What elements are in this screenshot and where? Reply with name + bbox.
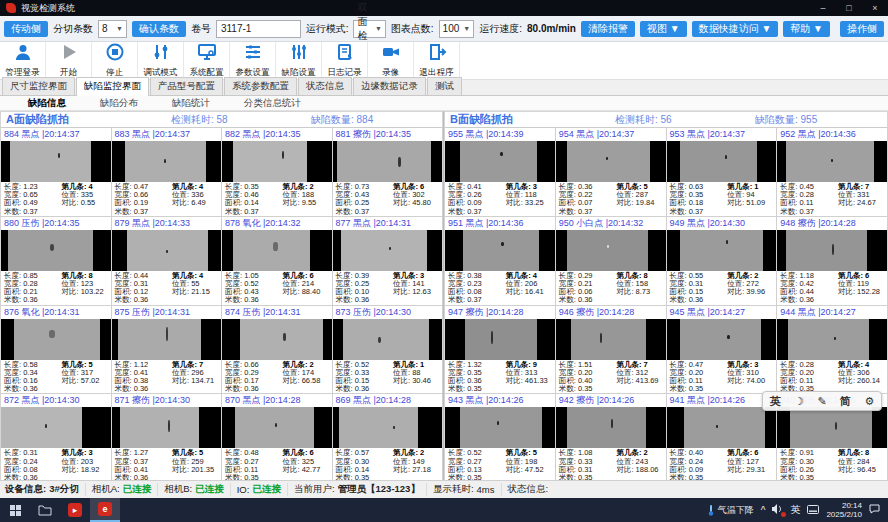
tab-item[interactable]: 系统参数配置: [224, 77, 297, 95]
defect-thumbnail[interactable]: [1, 141, 111, 182]
defect-cell[interactable]: 948 擦伤 |20:14:28长度: 1.18宽度: 0.42面积: 0.44…: [777, 217, 888, 306]
toolbar-button-stop[interactable]: 停止: [92, 42, 138, 79]
defect-cell[interactable]: 955 黑点 |20:14:39长度: 0.41宽度: 0.26面积: 0.09…: [445, 128, 556, 217]
defect-thumbnail[interactable]: [556, 319, 666, 360]
slit-count-select[interactable]: 8▼: [98, 20, 127, 38]
operation-side-button[interactable]: 操作侧: [840, 21, 884, 37]
defect-thumbnail[interactable]: [777, 407, 887, 448]
taskbar-app-icon[interactable]: ▸: [60, 498, 90, 522]
defect-cell[interactable]: 952 黑点 |20:14:36长度: 0.45宽度: 0.28面积: 0.11…: [777, 128, 888, 217]
hidden-icons-chevron[interactable]: ^: [761, 505, 766, 516]
clear-alarm-button[interactable]: 清除报警: [581, 21, 635, 37]
toolbar-button-user[interactable]: 管理登录: [0, 42, 46, 79]
defect-thumbnail[interactable]: [333, 319, 443, 360]
defect-cell[interactable]: 880 压伤 |20:14:35长度: 0.85宽度: 0.28面积: 0.21…: [1, 217, 112, 306]
maximize-button[interactable]: □: [836, 0, 862, 16]
defect-cell[interactable]: 878 氧化 |20:14:32长度: 1.05宽度: 0.52面积: 0.43…: [222, 217, 333, 306]
defect-cell[interactable]: 876 氧化 |20:14:31长度: 0.58宽度: 0.34面积: 0.16…: [1, 306, 112, 395]
moon-icon[interactable]: ☽: [794, 395, 804, 408]
defect-thumbnail[interactable]: [222, 141, 332, 182]
defect-thumbnail[interactable]: [1, 319, 111, 360]
speaker-icon[interactable]: [772, 504, 783, 516]
subtab-item[interactable]: 缺陷分布: [84, 96, 154, 111]
toolbar-button-camera[interactable]: 录像: [368, 42, 414, 79]
confirm-count-button[interactable]: 确认条数: [132, 21, 186, 37]
taskbar-clock[interactable]: 20:142025/2/10: [826, 501, 862, 519]
defect-cell[interactable]: 949 黑点 |20:14:30长度: 0.55宽度: 0.31面积: 0.15…: [667, 217, 778, 306]
defect-cell[interactable]: 944 黑点 |20:14:27长度: 0.28宽度: 0.20面积: 0.11…: [777, 306, 888, 395]
defect-thumbnail[interactable]: [112, 230, 222, 271]
roll-number-input[interactable]: 3117-1: [216, 20, 301, 38]
defect-thumbnail[interactable]: [1, 407, 111, 448]
defect-cell[interactable]: 881 擦伤 |20:14:35长度: 0.73宽度: 0.43面积: 0.25…: [333, 128, 444, 217]
run-mode-select[interactable]: 双面检测▼: [353, 20, 385, 38]
defect-thumbnail[interactable]: [445, 319, 555, 360]
defect-cell[interactable]: 947 擦伤 |20:14:28长度: 1.32宽度: 0.35面积: 0.36…: [445, 306, 556, 395]
subtab-item[interactable]: 分类信息统计: [228, 96, 317, 111]
pen-icon[interactable]: ✎: [817, 395, 826, 408]
minimize-button[interactable]: –: [810, 0, 836, 16]
tab-item[interactable]: 测试: [427, 77, 462, 95]
defect-thumbnail[interactable]: [222, 407, 332, 448]
subtab-item[interactable]: 缺陷信息: [12, 96, 82, 111]
defect-cell[interactable]: 883 黑点 |20:14:37长度: 0.47宽度: 0.66面积: 0.19…: [112, 128, 223, 217]
defect-cell[interactable]: 869 黑点 |20:14:28长度: 0.57宽度: 0.30面积: 0.14…: [333, 394, 444, 483]
toolbar-button-hsliders[interactable]: 参数设置: [230, 42, 276, 79]
action-center-icon[interactable]: [869, 504, 880, 516]
tab-item[interactable]: 缺陷监控界面: [76, 77, 149, 96]
defect-thumbnail[interactable]: [667, 319, 777, 360]
quick-access-menu-button[interactable]: 数据快捷访问 ▼: [692, 21, 779, 37]
toolbar-button-debug-sliders[interactable]: 调试模式: [138, 42, 184, 79]
chart-points-select[interactable]: 100▼: [439, 20, 475, 38]
defect-cell[interactable]: 943 黑点 |20:14:26长度: 0.52宽度: 0.27面积: 0.13…: [445, 394, 556, 483]
ime-keyboard-icon[interactable]: [807, 505, 819, 516]
toolbar-button-monitor[interactable]: 系统配置: [184, 42, 230, 79]
defect-thumbnail[interactable]: [777, 141, 887, 182]
weather-widget[interactable]: 气温下降: [707, 504, 754, 517]
defect-cell[interactable]: 874 压伤 |20:14:31长度: 0.66宽度: 0.29面积: 0.17…: [222, 306, 333, 395]
defect-cell[interactable]: 879 黑点 |20:14:33长度: 0.44宽度: 0.31面积: 0.12…: [112, 217, 223, 306]
view-menu-button[interactable]: 视图 ▼: [640, 21, 687, 37]
toolbar-button-log[interactable]: 日志记录: [322, 42, 368, 79]
defect-cell[interactable]: 873 压伤 |20:14:30长度: 0.52宽度: 0.33面积: 0.15…: [333, 306, 444, 395]
defect-cell[interactable]: 954 黑点 |20:14:37长度: 0.36宽度: 0.22面积: 0.07…: [556, 128, 667, 217]
defect-cell[interactable]: 953 黑点 |20:14:37长度: 0.63宽度: 0.35面积: 0.18…: [667, 128, 778, 217]
defect-thumbnail[interactable]: [667, 230, 777, 271]
ime-lang-toggle[interactable]: 英: [770, 394, 781, 409]
ime-simplified-toggle[interactable]: 简: [840, 394, 851, 409]
defect-thumbnail[interactable]: [1, 230, 111, 271]
defect-thumbnail[interactable]: [333, 230, 443, 271]
defect-thumbnail[interactable]: [445, 141, 555, 182]
defect-cell[interactable]: 945 黑点 |20:14:27长度: 0.47宽度: 0.20面积: 0.11…: [667, 306, 778, 395]
file-explorer-icon[interactable]: [30, 498, 60, 522]
toolbar-button-play[interactable]: 开始: [46, 42, 92, 79]
defect-thumbnail[interactable]: [556, 407, 666, 448]
defect-thumbnail[interactable]: [556, 141, 666, 182]
close-button[interactable]: ×: [862, 0, 888, 16]
defect-cell[interactable]: 875 压伤 |20:14:31长度: 1.12宽度: 0.41面积: 0.38…: [112, 306, 223, 395]
defect-thumbnail[interactable]: [556, 230, 666, 271]
defect-thumbnail[interactable]: [777, 319, 887, 360]
toolbar-button-vsliders[interactable]: 缺陷设置: [276, 42, 322, 79]
taskbar-active-app-icon[interactable]: e: [90, 498, 120, 522]
defect-cell[interactable]: 951 黑点 |20:14:36长度: 0.38宽度: 0.23面积: 0.08…: [445, 217, 556, 306]
defect-thumbnail[interactable]: [445, 407, 555, 448]
defect-thumbnail[interactable]: [445, 230, 555, 271]
defect-thumbnail[interactable]: [333, 141, 443, 182]
defect-cell[interactable]: 942 擦伤 |20:14:26长度: 1.08宽度: 0.33面积: 0.31…: [556, 394, 667, 483]
gear-icon[interactable]: ⚙: [864, 395, 874, 408]
ime-language-indicator[interactable]: 英: [790, 503, 800, 517]
defect-thumbnail[interactable]: [112, 407, 222, 448]
defect-thumbnail[interactable]: [667, 141, 777, 182]
defect-cell[interactable]: 946 擦伤 |20:14:28长度: 1.51宽度: 0.20面积: 0.40…: [556, 306, 667, 395]
tab-item[interactable]: 状态信息: [298, 77, 352, 95]
defect-thumbnail[interactable]: [222, 319, 332, 360]
defect-thumbnail[interactable]: [222, 230, 332, 271]
tab-item[interactable]: 边缘数据记录: [353, 77, 426, 95]
defect-cell[interactable]: 870 黑点 |20:14:28长度: 0.48宽度: 0.27面积: 0.11…: [222, 394, 333, 483]
defect-cell[interactable]: 877 黑点 |20:14:31长度: 0.39宽度: 0.25面积: 0.10…: [333, 217, 444, 306]
toolbar-button-exit[interactable]: 退出程序: [414, 42, 460, 79]
start-button[interactable]: [0, 498, 30, 522]
ime-toolbar[interactable]: 英 ☽ ✎ 简 ⚙: [762, 391, 882, 411]
transmission-side-button[interactable]: 传动侧: [4, 21, 48, 37]
